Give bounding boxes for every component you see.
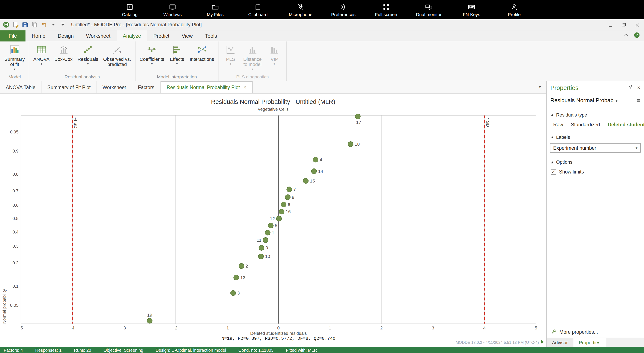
labels-dropdown[interactable]: Experiment number ▾: [550, 143, 640, 153]
document-tab-summary-of-fit-plot[interactable]: Summary of Fit Plot: [42, 81, 97, 93]
residuals-type-option-standardized[interactable]: Standardized: [567, 122, 604, 128]
data-point-15[interactable]: [303, 178, 308, 183]
collapse-ribbon-button[interactable]: [623, 32, 629, 40]
data-point-10[interactable]: [258, 254, 264, 259]
quick-access-caret-button[interactable]: [50, 21, 57, 28]
data-point-18[interactable]: [348, 142, 353, 147]
ribbon-button-observed-vs-predicted[interactable]: PObserved vs.predicted: [101, 43, 133, 67]
ribbon-tab-view[interactable]: View: [176, 30, 199, 41]
maximize-button[interactable]: [617, 19, 630, 30]
menu-icon[interactable]: ≡: [637, 97, 640, 103]
data-point-3[interactable]: [230, 291, 236, 296]
undo-button[interactable]: [41, 21, 48, 28]
show-limits-checkbox[interactable]: ✓ Show limits: [551, 169, 644, 175]
modde-application-window: CatalogWindowsMy FilesClipboardMicrophon…: [0, 0, 644, 353]
section-options[interactable]: Options: [547, 160, 644, 164]
data-point-13[interactable]: [234, 275, 239, 280]
data-point-6[interactable]: [281, 202, 286, 207]
interactions-icon: [196, 44, 208, 55]
svg-text:0.8: 0.8: [12, 172, 18, 176]
document-tab-worksheet[interactable]: Worksheet: [97, 81, 132, 93]
panel-tab-properties[interactable]: Properties: [574, 338, 606, 347]
more-properties-link[interactable]: More properties...: [551, 329, 598, 335]
point-label: 4: [320, 157, 322, 162]
ribbon-tab-home[interactable]: Home: [26, 30, 52, 41]
section-labels[interactable]: Labels: [547, 134, 644, 139]
data-point-19[interactable]: [147, 318, 152, 324]
customize-toolbar-button[interactable]: [60, 21, 66, 28]
point-label: 11: [257, 238, 262, 243]
section-residuals-type[interactable]: Residuals type: [547, 112, 644, 117]
ribbon-button-effects[interactable]: Effects▾: [167, 43, 187, 65]
dropdown-caret-icon: ▾: [230, 62, 232, 65]
ribbon-button-label: ANOVA: [34, 56, 50, 62]
data-point-14[interactable]: [312, 169, 317, 174]
ribbon-tab-tools[interactable]: Tools: [199, 30, 223, 41]
ribbon-button-residuals[interactable]: Residuals▾: [76, 43, 100, 65]
help-button[interactable]: ?: [634, 32, 640, 40]
properties-panel-title: Properties: [550, 84, 578, 91]
ribbon-button-coefficients[interactable]: Coefficients▾: [138, 43, 166, 65]
copy-button[interactable]: [31, 21, 38, 28]
data-point-7[interactable]: [287, 187, 292, 192]
topbar-item-preferences[interactable]: Preferences: [322, 2, 365, 16]
y-axis-label: Normal probability: [2, 115, 7, 324]
data-point-5[interactable]: [268, 223, 273, 228]
ribbon-tab-predict[interactable]: Predict: [147, 30, 176, 41]
data-point-8[interactable]: [285, 195, 290, 200]
summary-of-fit-icon: [9, 44, 20, 55]
tab-list-dropdown-icon[interactable]: ▾: [539, 85, 541, 89]
residuals-type-option-raw[interactable]: Raw: [550, 122, 566, 128]
topbar-item-full-screen[interactable]: Full screen: [365, 2, 407, 16]
residuals-probability-plot[interactable]: -4 SD4 SD-5-4-3-2-10123450.050.10.20.30.…: [0, 94, 546, 347]
residuals-type-option-deleted-studentized[interactable]: Deleted studentized: [604, 122, 644, 128]
close-button[interactable]: [630, 19, 644, 30]
topbar-item-windows[interactable]: Windows: [151, 2, 194, 16]
new-button[interactable]: [12, 21, 19, 28]
topbar-item-my-files[interactable]: My Files: [194, 2, 236, 16]
topbar-item-fn-keys[interactable]: FN Keys: [450, 2, 493, 16]
document-tab-anova-table[interactable]: ANOVA Table: [0, 81, 42, 93]
ribbon-tab-worksheet[interactable]: Worksheet: [80, 30, 116, 41]
minimize-button[interactable]: [603, 19, 617, 30]
ribbon-group-model: Summaryof fit▾Model: [0, 41, 29, 81]
ribbon-button-summary-of-fit[interactable]: Summaryof fit▾: [2, 43, 26, 71]
dropdown-caret-icon: ▾: [151, 62, 153, 65]
panel-tab-advisor[interactable]: Advisor: [547, 338, 574, 347]
ribbon-tab-file[interactable]: File: [0, 30, 26, 41]
quick-access-toolbar: [0, 21, 66, 28]
document-tab-residuals-normal-probability-plot[interactable]: Residuals Normal Probability Plot×: [160, 81, 252, 93]
properties-doc-selector[interactable]: Residuals Normal Probab▾: [550, 97, 618, 103]
data-point-9[interactable]: [259, 245, 264, 250]
point-label: 8: [292, 195, 294, 200]
expand-pane-arrow[interactable]: [540, 338, 544, 346]
ribbon-tab-design[interactable]: Design: [52, 30, 80, 41]
close-panel-button[interactable]: ×: [637, 85, 640, 90]
topbar-item-catalog[interactable]: Catalog: [108, 2, 151, 16]
data-point-16[interactable]: [279, 209, 284, 214]
topbar-item-dual-monitor[interactable]: Dual monitor: [407, 2, 450, 16]
topbar-item-microphone[interactable]: Microphone: [279, 2, 322, 16]
data-point-4[interactable]: [313, 157, 318, 162]
document-tab-factors[interactable]: Factors: [132, 81, 160, 93]
topbar-item-clipboard[interactable]: Clipboard: [237, 2, 279, 16]
ribbon-tab-analyze[interactable]: Analyze: [116, 30, 147, 41]
profile-icon: [510, 2, 518, 11]
data-point-1[interactable]: [265, 230, 270, 235]
pin-panel-button[interactable]: [628, 84, 634, 91]
ribbon-button-interactions[interactable]: Interactions: [188, 43, 216, 62]
svg-text:0.95: 0.95: [10, 130, 18, 134]
topbar-item-label: Clipboard: [248, 12, 268, 17]
ribbon-button-box-cox[interactable]: Box-Cox: [52, 43, 75, 62]
ribbon-button-anova[interactable]: ANOVA▾: [31, 43, 52, 65]
data-point-11[interactable]: [263, 238, 268, 243]
close-tab-icon[interactable]: ×: [244, 85, 246, 90]
save-button[interactable]: [22, 21, 28, 28]
svg-text:5: 5: [535, 326, 537, 330]
chevron-up-icon: [623, 32, 629, 38]
data-point-12[interactable]: [276, 216, 282, 221]
topbar-item-label: My Files: [207, 12, 224, 17]
topbar-item-profile[interactable]: Profile: [493, 2, 536, 16]
data-point-2[interactable]: [239, 264, 244, 269]
data-point-17[interactable]: [355, 114, 360, 119]
